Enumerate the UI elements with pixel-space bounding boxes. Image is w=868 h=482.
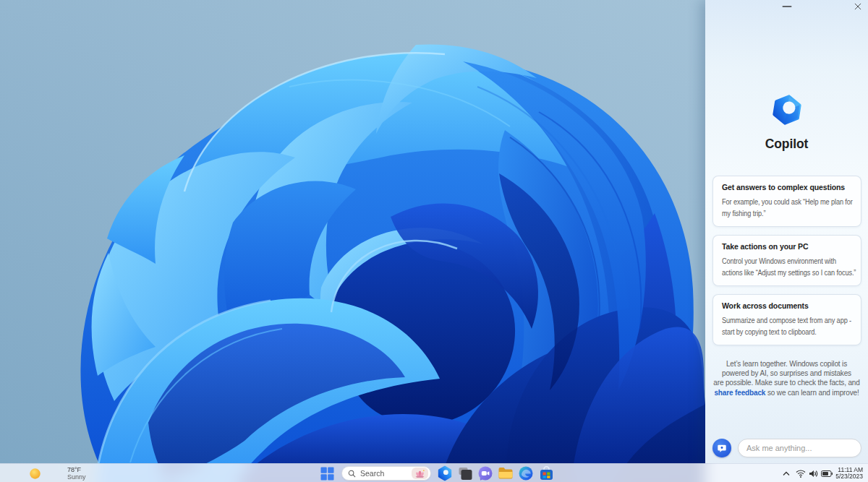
windows-logo-icon (320, 467, 334, 481)
desktop: Copilot Get answers to complex questions… (0, 0, 868, 482)
search-highlight-icon (412, 468, 428, 479)
card-title: Work across documents (722, 301, 857, 310)
tray-chevron-up-icon[interactable] (783, 471, 790, 476)
copilot-taskbar-icon (437, 465, 453, 481)
sun-icon (29, 468, 41, 480)
copilot-panel: Copilot Get answers to complex questions… (705, 0, 868, 482)
card-body-line: Summarize and compose text from any app … (722, 315, 846, 327)
card-take-actions[interactable]: Take actions on your PC Control your Win… (712, 235, 861, 286)
taskbar-store-button[interactable] (537, 464, 555, 482)
volume-icon[interactable] (809, 470, 818, 478)
card-work-across-documents[interactable]: Work across documents Summarize and comp… (712, 294, 861, 345)
taskbar-weather-widget[interactable]: 78°F Sunny (29, 464, 86, 482)
weather-temperature: 78°F (67, 466, 86, 473)
disclaimer-text: Let’s learn together. Windows copilot is… (711, 359, 862, 397)
taskbar-tray: 11:11 AM 5/23/2023 (783, 464, 863, 482)
copilot-logo-icon (770, 93, 804, 126)
search-icon (348, 470, 356, 478)
share-feedback-link[interactable]: share feedback (714, 389, 765, 397)
panel-drag-handle[interactable] (782, 6, 791, 7)
edge-icon (518, 465, 534, 481)
card-body-line: my fishing trip.” (722, 208, 846, 220)
taskbar-dark-app-button[interactable] (456, 464, 474, 482)
card-body-line: For example, you could ask “Help me plan… (722, 197, 846, 208)
dark-app-window-icon (458, 466, 473, 481)
weather-condition: Sunny (67, 473, 86, 481)
taskbar-edge-button[interactable] (517, 464, 535, 482)
bing-chat-icon[interactable] (712, 439, 731, 457)
card-title: Take actions on your PC (722, 242, 857, 251)
card-body-line: Control your Windows environment with (722, 256, 846, 267)
card-body-line: actions like “Adjust my settings so I ca… (722, 267, 846, 279)
copilot-title: Copilot (705, 137, 868, 152)
ask-input[interactable] (738, 439, 861, 457)
microsoft-store-icon (539, 466, 554, 481)
taskbar-file-explorer-button[interactable] (497, 464, 514, 482)
tray-clock[interactable]: 11:11 AM 5/23/2023 (835, 467, 863, 481)
chat-icon (477, 465, 493, 481)
search-label: Search (360, 469, 412, 478)
card-body-line: start by copying text to clipboard. (722, 327, 846, 338)
taskbar-copilot-button[interactable] (436, 464, 454, 482)
battery-icon[interactable] (821, 470, 833, 477)
taskbar-center: Search (319, 464, 558, 482)
taskbar-chat-button[interactable] (477, 464, 494, 482)
card-complex-questions[interactable]: Get answers to complex questions For exa… (712, 176, 861, 227)
wifi-icon[interactable] (796, 470, 806, 478)
card-title: Get answers to complex questions (722, 183, 857, 191)
search-box[interactable]: Search (341, 466, 431, 481)
taskbar: 78°F Sunny Search (0, 463, 868, 482)
ask-row (712, 439, 861, 457)
suggestion-cards: Get answers to complex questions For exa… (712, 176, 861, 353)
tray-date: 5/23/2023 (835, 473, 863, 481)
close-icon[interactable] (851, 0, 864, 12)
file-explorer-icon (498, 465, 514, 481)
start-button[interactable] (319, 464, 335, 482)
